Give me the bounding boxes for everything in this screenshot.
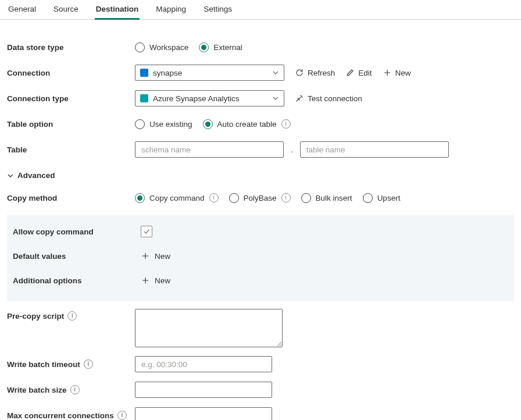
pre-copy-script-input[interactable] — [135, 309, 283, 347]
chevron-down-icon — [7, 172, 14, 179]
table-option-label: Table option — [7, 120, 135, 129]
plus-icon — [383, 68, 392, 77]
pre-copy-script-label: Pre-copy script — [7, 312, 64, 321]
radio-workspace[interactable]: Workspace — [135, 42, 188, 52]
write-batch-size-label: Write batch size — [7, 386, 67, 394]
radio-upsert[interactable]: Upsert — [363, 193, 401, 203]
edit-label: Edit — [358, 69, 372, 77]
info-icon[interactable]: i — [209, 193, 219, 202]
write-batch-timeout-wrap — [135, 356, 272, 372]
radio-auto-create-label: Auto create table — [217, 120, 277, 129]
advanced-label: Advanced — [17, 171, 55, 180]
radio-use-existing-label: Use existing — [149, 120, 192, 129]
tabs: General Source Destination Mapping Setti… — [0, 0, 521, 20]
pencil-icon — [345, 68, 355, 77]
additional-options-new-label: New — [155, 276, 170, 285]
radio-workspace-label: Workspace — [149, 43, 188, 52]
advanced-toggle[interactable]: Advanced — [7, 171, 55, 180]
write-batch-size-input[interactable] — [140, 385, 267, 395]
default-values-label: Default values — [13, 252, 141, 261]
plus-icon — [141, 251, 150, 261]
tab-settings[interactable]: Settings — [202, 5, 233, 19]
table-label: Table — [7, 145, 135, 154]
connection-value: synapse — [153, 69, 182, 77]
info-icon[interactable]: i — [117, 411, 127, 420]
tab-source[interactable]: Source — [52, 5, 80, 19]
max-concurrent-label: Max concurrent connections — [7, 411, 114, 420]
new-connection-button[interactable]: New — [383, 68, 411, 77]
table-dot: . — [291, 145, 293, 154]
copy-command-panel: Allow copy command Default values New Ad… — [7, 215, 514, 301]
radio-bulk-insert-label: Bulk insert — [316, 194, 352, 202]
connection-label: Connection — [7, 69, 135, 77]
table-name-input-wrap — [300, 141, 449, 158]
radio-external-label: External — [213, 43, 242, 52]
radio-copy-command[interactable]: Copy command i — [135, 193, 219, 203]
write-batch-timeout-label: Write batch timeout — [7, 360, 80, 369]
schema-name-input-wrap — [135, 141, 284, 158]
radio-external[interactable]: External — [199, 42, 242, 52]
data-store-type-label: Data store type — [7, 43, 135, 52]
info-icon[interactable]: i — [281, 119, 291, 129]
radio-use-existing[interactable]: Use existing — [135, 119, 192, 129]
tab-mapping[interactable]: Mapping — [155, 5, 187, 19]
connection-type-value: Azure Synapse Analytics — [153, 94, 240, 103]
write-batch-timeout-input[interactable] — [140, 360, 267, 369]
tab-destination[interactable]: Destination — [95, 5, 140, 20]
radio-auto-create[interactable]: Auto create table i — [203, 119, 291, 129]
radio-upsert-label: Upsert — [377, 194, 401, 202]
info-icon[interactable]: i — [67, 311, 77, 321]
allow-copy-command-checkbox[interactable] — [141, 226, 152, 237]
synapse-icon — [140, 94, 148, 102]
additional-options-new-button[interactable]: New — [141, 276, 170, 285]
chevron-down-icon — [272, 95, 279, 102]
default-values-new-label: New — [155, 252, 170, 261]
info-icon[interactable]: i — [70, 385, 80, 394]
datastore-icon — [140, 69, 148, 77]
radio-polybase[interactable]: PolyBase i — [229, 193, 291, 203]
allow-copy-command-label: Allow copy command — [13, 227, 141, 236]
refresh-label: Refresh — [308, 69, 335, 77]
refresh-icon — [295, 68, 304, 77]
schema-name-input[interactable] — [140, 145, 279, 155]
copy-method-label: Copy method — [7, 194, 135, 202]
plus-icon — [141, 276, 150, 285]
tab-general[interactable]: General — [7, 5, 37, 19]
check-icon — [143, 228, 150, 235]
new-connection-label: New — [395, 69, 411, 77]
connection-type-label: Connection type — [7, 94, 135, 103]
radio-polybase-label: PolyBase — [244, 194, 277, 202]
connection-select[interactable]: synapse — [135, 65, 284, 81]
info-icon[interactable]: i — [281, 193, 291, 202]
test-connection-button[interactable]: Test connection — [295, 94, 362, 103]
test-connection-label: Test connection — [308, 94, 362, 103]
max-concurrent-wrap — [135, 407, 272, 420]
default-values-new-button[interactable]: New — [141, 251, 170, 261]
destination-form: Data store type Workspace External Conne… — [0, 20, 521, 420]
connection-type-select[interactable]: Azure Synapse Analytics — [135, 90, 284, 106]
info-icon[interactable]: i — [84, 360, 93, 369]
radio-bulk-insert[interactable]: Bulk insert — [301, 193, 352, 203]
plug-icon — [295, 94, 304, 103]
max-concurrent-input[interactable] — [140, 411, 267, 421]
radio-copy-command-label: Copy command — [149, 194, 205, 202]
write-batch-size-wrap — [135, 382, 272, 398]
table-name-input[interactable] — [305, 145, 444, 155]
additional-options-label: Additional options — [13, 276, 141, 285]
edit-button[interactable]: Edit — [345, 68, 372, 77]
chevron-down-icon — [272, 69, 279, 76]
refresh-button[interactable]: Refresh — [295, 68, 335, 77]
